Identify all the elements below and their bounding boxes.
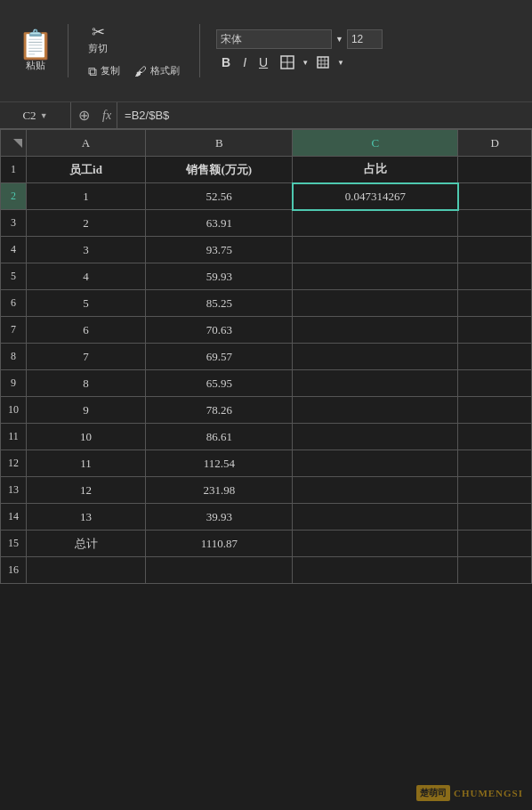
cell-c[interactable] xyxy=(293,237,458,263)
bold-button[interactable]: B xyxy=(216,53,236,72)
cell-b[interactable]: 69.57 xyxy=(146,344,293,370)
cell-c[interactable] xyxy=(293,477,458,504)
cell-reference: C2 xyxy=(22,109,36,123)
cut-button[interactable]: ✂ 剪切 xyxy=(85,22,111,57)
font-size-input[interactable] xyxy=(347,29,383,49)
cell-ref-dropdown[interactable]: ▼ xyxy=(40,111,48,120)
corner-triangle xyxy=(13,139,22,148)
row-number: 9 xyxy=(1,370,27,397)
cell-reference-box[interactable]: C2 ▼ xyxy=(0,102,71,128)
cell-b[interactable] xyxy=(146,557,293,584)
cell-a[interactable]: 13 xyxy=(26,504,145,531)
cell-a[interactable]: 4 xyxy=(26,263,145,290)
cell-d[interactable] xyxy=(458,450,532,477)
col-header-d[interactable]: D xyxy=(458,130,532,157)
cell-d[interactable] xyxy=(458,557,532,584)
cell-a[interactable]: 11 xyxy=(26,450,145,477)
cell-b[interactable]: 39.93 xyxy=(146,504,293,531)
cell-a[interactable] xyxy=(26,557,145,584)
cell-c[interactable] xyxy=(293,263,458,290)
watermark: 楚萌司 CHUMENGSI xyxy=(416,785,523,801)
cell-b[interactable]: 85.25 xyxy=(146,290,293,317)
underline-button[interactable]: U xyxy=(254,53,273,72)
col-header-a[interactable]: A xyxy=(26,130,145,157)
cell-d[interactable] xyxy=(458,263,532,290)
fill-color-button[interactable] xyxy=(310,53,335,72)
cell-c[interactable] xyxy=(293,290,458,317)
fill-icon xyxy=(316,55,330,69)
font-section: ▼ B I U ▼ xyxy=(213,26,386,76)
cell-d[interactable] xyxy=(458,477,532,504)
cell-c[interactable] xyxy=(293,397,458,424)
cell-c[interactable] xyxy=(293,317,458,344)
cell-a[interactable]: 员工id xyxy=(26,157,145,183)
cell-a[interactable]: 5 xyxy=(26,290,145,317)
cell-c[interactable] xyxy=(293,424,458,450)
cell-c[interactable] xyxy=(293,210,458,237)
paste-button[interactable]: 📋 粘贴 xyxy=(12,28,59,74)
cell-d[interactable] xyxy=(458,237,532,263)
cell-c[interactable] xyxy=(293,504,458,531)
cell-b[interactable]: 86.61 xyxy=(146,424,293,450)
cell-d[interactable] xyxy=(458,344,532,370)
table-row: 111086.61 xyxy=(1,424,532,450)
col-header-c[interactable]: C xyxy=(293,130,458,157)
cell-d[interactable] xyxy=(458,183,532,210)
cell-c[interactable] xyxy=(293,344,458,370)
cell-a[interactable]: 9 xyxy=(26,397,145,424)
cell-d[interactable] xyxy=(458,317,532,344)
cell-b[interactable]: 59.93 xyxy=(146,263,293,290)
cell-d[interactable] xyxy=(458,504,532,531)
cell-d[interactable] xyxy=(458,290,532,317)
cell-b[interactable]: 231.98 xyxy=(146,477,293,504)
cell-b[interactable]: 93.75 xyxy=(146,237,293,263)
table-row: 16 xyxy=(1,557,532,584)
formula-input[interactable] xyxy=(117,102,532,128)
col-header-b[interactable]: B xyxy=(146,130,293,157)
cell-d[interactable] xyxy=(458,210,532,237)
row-number: 12 xyxy=(1,450,27,477)
cell-b[interactable]: 销售额(万元) xyxy=(146,157,293,183)
cell-d[interactable] xyxy=(458,157,532,183)
row-number: 15 xyxy=(1,531,27,557)
cell-a[interactable]: 总计 xyxy=(26,531,145,557)
copy-button[interactable]: ⧉ 复制 xyxy=(85,62,124,79)
cell-b[interactable]: 1110.87 xyxy=(146,531,293,557)
format-brush-button[interactable]: 🖌 格式刷 xyxy=(131,62,183,79)
cell-a[interactable]: 6 xyxy=(26,317,145,344)
cell-a[interactable]: 12 xyxy=(26,477,145,504)
table-row: 5459.93 xyxy=(1,263,532,290)
cell-d[interactable] xyxy=(458,531,532,557)
cell-a[interactable]: 8 xyxy=(26,370,145,397)
cell-b[interactable]: 70.63 xyxy=(146,317,293,344)
cell-d[interactable] xyxy=(458,370,532,397)
cell-c[interactable] xyxy=(293,370,458,397)
cell-c[interactable]: 占比 xyxy=(293,157,458,183)
cell-a[interactable]: 2 xyxy=(26,210,145,237)
cell-c[interactable] xyxy=(293,531,458,557)
cell-d[interactable] xyxy=(458,424,532,450)
table-row: 1312231.98 xyxy=(1,477,532,504)
cell-a[interactable]: 1 xyxy=(26,183,145,210)
cell-b[interactable]: 112.54 xyxy=(146,450,293,477)
border-dropdown-arrow[interactable]: ▼ xyxy=(302,59,309,67)
cell-a[interactable]: 7 xyxy=(26,344,145,370)
cell-a[interactable]: 3 xyxy=(26,237,145,263)
row-number: 16 xyxy=(1,557,27,584)
cell-d[interactable] xyxy=(458,397,532,424)
cell-c[interactable]: 0.047314267 xyxy=(293,183,458,210)
cell-c[interactable] xyxy=(293,450,458,477)
cell-a[interactable]: 10 xyxy=(26,424,145,450)
font-dropdown-arrow[interactable]: ▼ xyxy=(335,35,343,44)
border-button[interactable] xyxy=(275,53,300,72)
row-number: 3 xyxy=(1,210,27,237)
row-number: 7 xyxy=(1,317,27,344)
cell-b[interactable]: 52.56 xyxy=(146,183,293,210)
italic-button[interactable]: I xyxy=(238,53,252,72)
font-name-input[interactable] xyxy=(216,29,332,49)
cell-b[interactable]: 63.91 xyxy=(146,210,293,237)
cell-b[interactable]: 78.26 xyxy=(146,397,293,424)
fill-dropdown-arrow[interactable]: ▼ xyxy=(337,59,344,67)
cell-c[interactable] xyxy=(293,557,458,584)
cell-b[interactable]: 65.95 xyxy=(146,370,293,397)
